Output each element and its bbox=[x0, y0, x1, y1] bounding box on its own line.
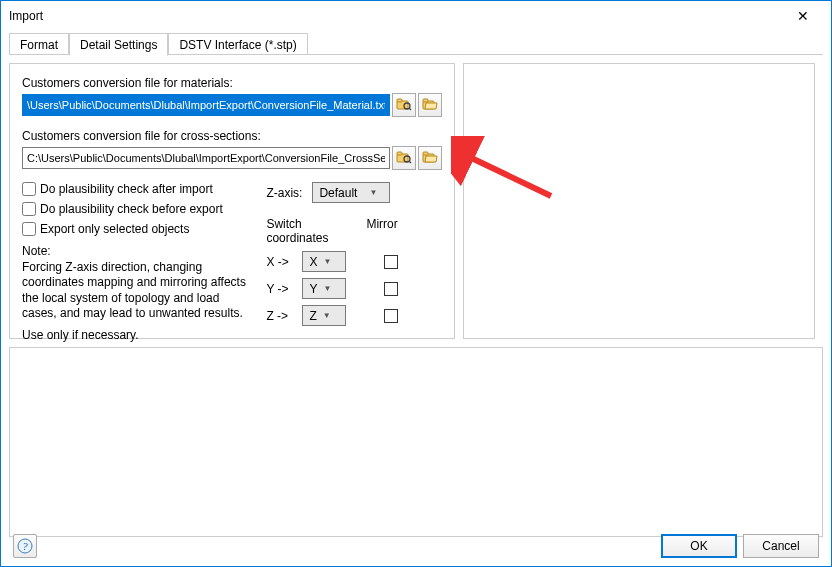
window-title: Import bbox=[9, 9, 783, 23]
cross-sections-file-input[interactable] bbox=[22, 147, 390, 169]
plausibility-before-export-label: Do plausibility check before export bbox=[40, 202, 223, 216]
plausibility-before-export-checkbox[interactable] bbox=[22, 202, 36, 216]
svg-rect-8 bbox=[397, 152, 402, 155]
bottom-panel bbox=[9, 347, 823, 537]
tab-format[interactable]: Format bbox=[9, 33, 69, 55]
svg-rect-5 bbox=[423, 99, 428, 102]
materials-open-button[interactable] bbox=[418, 93, 442, 117]
folder-search-icon bbox=[396, 96, 412, 115]
detail-settings-panel: Customers conversion file for materials: bbox=[9, 63, 455, 339]
cross-sections-open-button[interactable] bbox=[418, 146, 442, 170]
export-selected-checkbox[interactable] bbox=[22, 222, 36, 236]
svg-rect-1 bbox=[397, 99, 402, 102]
chevron-down-icon: ▼ bbox=[369, 188, 377, 197]
preview-panel bbox=[463, 63, 815, 339]
tab-strip: Format Detail Settings DSTV Interface (*… bbox=[1, 31, 831, 55]
svg-line-10 bbox=[409, 161, 411, 163]
svg-rect-12 bbox=[423, 152, 428, 155]
chevron-down-icon: ▼ bbox=[323, 257, 331, 266]
z-axis-value: Default bbox=[319, 186, 357, 200]
note-footer: Use only if necessary. bbox=[22, 328, 246, 344]
help-icon: ? bbox=[17, 538, 33, 554]
coord-y-value: Y bbox=[309, 282, 317, 296]
tab-detail-settings[interactable]: Detail Settings bbox=[69, 33, 168, 56]
switch-coordinates-header: Switch coordinates bbox=[266, 217, 336, 245]
help-button[interactable]: ? bbox=[13, 534, 37, 558]
note-block: Note: Forcing Z-axis direction, changing… bbox=[22, 244, 246, 344]
mirror-header: Mirror bbox=[366, 217, 397, 245]
close-button[interactable]: ✕ bbox=[783, 2, 823, 30]
cross-sections-browse-button[interactable] bbox=[392, 146, 416, 170]
svg-text:?: ? bbox=[22, 540, 28, 552]
coord-x-value: X bbox=[309, 255, 317, 269]
plausibility-after-import-label: Do plausibility check after import bbox=[40, 182, 213, 196]
materials-browse-button[interactable] bbox=[392, 93, 416, 117]
dialog-footer: ? OK Cancel bbox=[1, 526, 831, 566]
tab-dstv-interface[interactable]: DSTV Interface (*.stp) bbox=[168, 33, 307, 55]
cross-sections-file-label: Customers conversion file for cross-sect… bbox=[22, 129, 442, 143]
plausibility-after-import-checkbox[interactable] bbox=[22, 182, 36, 196]
note-body: Forcing Z-axis direction, changing coord… bbox=[22, 260, 246, 322]
titlebar: Import ✕ bbox=[1, 1, 831, 31]
coord-x-select[interactable]: X ▼ bbox=[302, 251, 346, 272]
chevron-down-icon: ▼ bbox=[323, 311, 331, 320]
materials-file-label: Customers conversion file for materials: bbox=[22, 76, 442, 90]
folder-search-icon bbox=[396, 149, 412, 168]
mirror-y-checkbox[interactable] bbox=[384, 282, 398, 296]
folder-open-icon bbox=[422, 149, 438, 168]
svg-marker-13 bbox=[425, 156, 437, 162]
coord-y-select[interactable]: Y ▼ bbox=[302, 278, 346, 299]
chevron-down-icon: ▼ bbox=[323, 284, 331, 293]
coord-z-value: Z bbox=[309, 309, 316, 323]
coord-z-label: Z -> bbox=[266, 309, 294, 323]
folder-open-icon bbox=[422, 96, 438, 115]
note-heading: Note: bbox=[22, 244, 246, 260]
cancel-button[interactable]: Cancel bbox=[743, 534, 819, 558]
svg-line-3 bbox=[409, 108, 411, 110]
ok-button[interactable]: OK bbox=[661, 534, 737, 558]
materials-file-input[interactable] bbox=[22, 94, 390, 116]
z-axis-select[interactable]: Default ▼ bbox=[312, 182, 390, 203]
coord-z-select[interactable]: Z ▼ bbox=[302, 305, 346, 326]
svg-marker-6 bbox=[425, 103, 437, 109]
export-selected-label: Export only selected objects bbox=[40, 222, 189, 236]
mirror-x-checkbox[interactable] bbox=[384, 255, 398, 269]
coord-x-label: X -> bbox=[266, 255, 294, 269]
z-axis-label: Z-axis: bbox=[266, 186, 302, 200]
coord-y-label: Y -> bbox=[266, 282, 294, 296]
mirror-z-checkbox[interactable] bbox=[384, 309, 398, 323]
